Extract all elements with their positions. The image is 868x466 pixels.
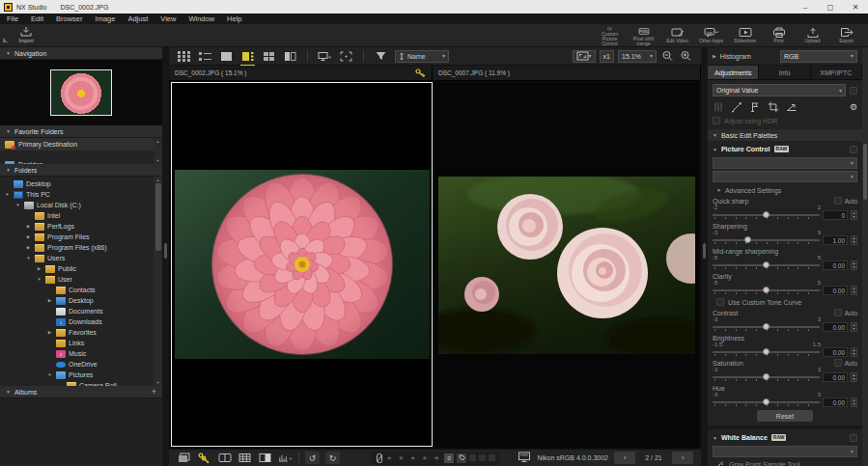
single-view-icon[interactable] — [219, 49, 234, 64]
slider-track[interactable] — [713, 322, 820, 332]
histogram-channel-dropdown[interactable]: RGB ▾ — [780, 50, 857, 63]
straighten-icon[interactable] — [786, 101, 798, 113]
photo-info-icon[interactable] — [177, 452, 191, 465]
expander-icon[interactable]: ▼ — [25, 256, 32, 260]
image-tab-dsc0002[interactable]: DSC_0002.JPG ( 15.1% ) — [169, 66, 433, 80]
maximize-button[interactable]: ◻ — [818, 3, 843, 12]
rotate-ccw-button[interactable]: ↺ — [305, 452, 320, 464]
label-marker-icon[interactable] — [469, 454, 476, 461]
star-rating[interactable]: ★ ★ ★ ★ ★ — [386, 454, 441, 462]
picture-control-header[interactable]: ▼ Picture Control RAW — [713, 143, 857, 155]
auto-checkbox[interactable] — [834, 359, 842, 367]
expander-icon[interactable]: ▶ — [36, 266, 42, 271]
favorite-item[interactable]: Primary Destination — [0, 138, 162, 151]
spinner-control[interactable]: ▲▼ — [851, 286, 857, 295]
auto-option[interactable]: Auto — [834, 309, 857, 316]
tree-item-public[interactable]: ▶Public — [0, 263, 154, 274]
tree-item-camera-roll[interactable]: Camera Roll — [0, 380, 154, 386]
print-button[interactable]: Print — [763, 25, 795, 46]
zoom-1to1-button[interactable]: x1 — [600, 50, 614, 63]
spinner-control[interactable]: ▲▼ — [851, 235, 857, 245]
tree-item-documents[interactable]: Documents — [0, 306, 154, 316]
fit-screen-dropdown[interactable]: ▾ — [573, 50, 596, 63]
menu-help[interactable]: Help — [227, 14, 241, 23]
expander-icon[interactable]: ▼ — [36, 277, 42, 282]
scroll-down-icon[interactable]: ▼ — [156, 158, 160, 163]
tree-item-pictures[interactable]: ▼Pictures — [0, 370, 154, 380]
retouch-brush-icon[interactable] — [731, 101, 742, 113]
slider-track[interactable] — [713, 235, 820, 245]
tree-item-user[interactable]: ▼User — [0, 274, 154, 285]
upload-button[interactable]: Upload — [797, 25, 828, 46]
compare-icon[interactable] — [217, 452, 232, 465]
image-pane-selected[interactable] — [171, 82, 433, 447]
navigation-section-header[interactable]: ▼ Navigation — [0, 47, 162, 60]
picture-control-dropdown[interactable]: ▾ — [713, 157, 857, 169]
tab-xmp-iptc[interactable]: XMP/IPTC — [811, 66, 862, 79]
slider-track[interactable] — [713, 347, 820, 357]
menu-edit[interactable]: Edit — [31, 14, 43, 23]
rating-zero-button[interactable]: 0 — [444, 453, 454, 463]
white-balance-header[interactable]: ▼ White Balance RAW — [713, 431, 857, 444]
slider-track[interactable] — [713, 210, 820, 220]
tree-item-desktop[interactable]: Desktop — [0, 178, 154, 189]
split-view-icon[interactable] — [283, 49, 297, 64]
white-balance-dropdown[interactable]: ▾ — [713, 446, 857, 457]
slider-track[interactable] — [713, 260, 820, 270]
preset-checkbox[interactable] — [850, 87, 857, 95]
tree-item-program-files[interactable]: ▶Program Files — [0, 232, 154, 242]
expander-icon[interactable]: ▼ — [46, 372, 53, 377]
tree-item-downloads[interactable]: ↓Downloads — [0, 316, 154, 327]
label-tag-button[interactable] — [457, 453, 466, 463]
tree-item-links[interactable]: Links — [0, 338, 154, 348]
advanced-settings-header[interactable]: ▼ Advanced Settings — [713, 185, 857, 195]
tree-item-onedrive[interactable]: OneDrive — [0, 359, 154, 370]
list-view-icon[interactable] — [198, 49, 212, 64]
expander-icon[interactable]: ▶ — [46, 298, 53, 303]
tree-item-users[interactable]: ▼Users — [0, 253, 154, 263]
albums-section-header[interactable]: ▼ Albums + — [0, 386, 162, 398]
expander-icon[interactable]: ▶ — [46, 330, 53, 335]
basic-edit-palettes-header[interactable]: ▼ Basic Edit Palettes — [708, 129, 862, 141]
tree-item-favorites[interactable]: ▶Favorites — [0, 327, 154, 338]
splitter-grip[interactable] — [703, 243, 706, 259]
histogram-header[interactable]: ▶ Histogram RGB ▾ — [708, 47, 862, 66]
spinner-control[interactable]: ▲▼ — [851, 372, 857, 382]
menu-adjust[interactable]: Adjust — [127, 14, 148, 23]
tab-adjustments[interactable]: Adjustments — [708, 66, 759, 79]
splitter-grip[interactable] — [164, 243, 167, 259]
preset-dropdown[interactable]: Original Value ▾ — [713, 84, 846, 96]
tree-item-this-pc[interactable]: ▼This PC — [0, 189, 154, 200]
custom-picture-control-button[interactable]: Custom Picture Control — [594, 25, 626, 46]
menu-image[interactable]: Image — [96, 14, 116, 23]
add-album-button[interactable]: + — [152, 387, 156, 397]
gray-point-tool[interactable]: Gray Point Sample Tool — [713, 459, 857, 466]
label-marker-icon[interactable] — [489, 454, 495, 461]
left-splitter[interactable] — [162, 47, 169, 466]
edit-video-button[interactable]: Edit Video — [661, 25, 693, 46]
image-tab-dsc0007[interactable]: DSC_0007.JPG ( 11.9% ) — [433, 66, 701, 80]
scrollbar-thumb[interactable] — [863, 144, 867, 200]
tab-info[interactable]: Info — [759, 66, 810, 79]
menu-browser[interactable]: Browser — [56, 14, 83, 23]
rotate-cw-button[interactable]: ↻ — [325, 452, 340, 464]
auto-checkbox[interactable] — [834, 309, 842, 316]
auto-option[interactable]: Auto — [834, 197, 857, 205]
favorite-folders-section-header[interactable]: ▼ Favorite Folders — [0, 125, 162, 138]
slideshow-button[interactable]: Slideshow — [729, 25, 761, 46]
crop-icon[interactable] — [768, 101, 779, 113]
zoom-out-icon[interactable] — [660, 49, 675, 64]
no-rating-icon[interactable] — [376, 453, 383, 463]
tree-item-intel[interactable]: Intel — [0, 210, 154, 221]
image-filmstrip-view-icon[interactable] — [240, 49, 255, 64]
panel-scrollbar[interactable] — [862, 47, 868, 466]
slider-track[interactable] — [713, 372, 820, 382]
other-apps-button[interactable]: app Other Apps — [695, 25, 727, 46]
spinner-control[interactable]: ▲▼ — [851, 210, 857, 220]
scroll-up-icon[interactable]: ▲ — [156, 178, 160, 182]
previous-image-button[interactable]: ‹ — [614, 452, 635, 464]
tree-item-perflogs[interactable]: ▶PerfLogs — [0, 221, 154, 232]
spinner-control[interactable]: ▲▼ — [851, 260, 857, 270]
favorite-item[interactable]: Desktop — [0, 158, 162, 164]
expander-icon[interactable]: ▶ — [25, 224, 32, 229]
